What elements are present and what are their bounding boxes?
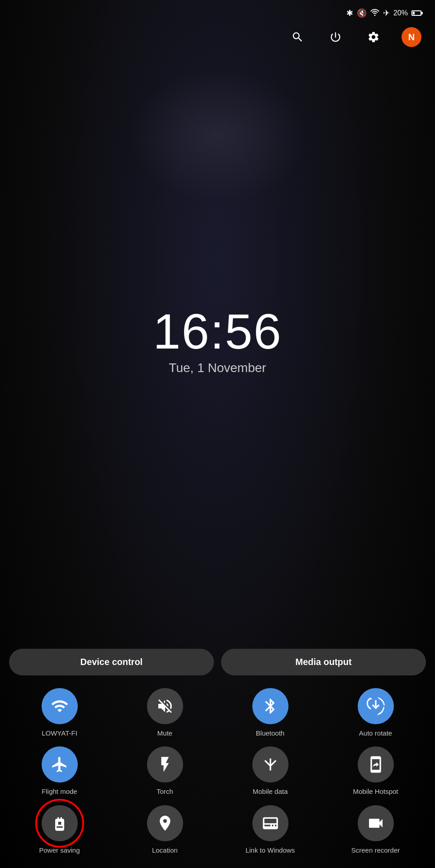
autorotate-tile-label: Auto rotate	[359, 729, 392, 738]
device-control-button[interactable]: Device control	[9, 649, 214, 675]
mobilehotspot-tile-icon	[358, 746, 394, 783]
mute-tile-label: Mute	[157, 729, 172, 738]
linktowindows-tile-icon	[252, 805, 288, 841]
tile-wifi[interactable]: LOWYAT-FI	[9, 688, 110, 738]
powersaving-tile-icon	[42, 805, 78, 841]
screenrecorder-tile-label: Screen recorder	[351, 846, 400, 855]
mobiledata-tile-icon	[252, 746, 288, 783]
battery-icon	[411, 10, 421, 16]
clock-area: 16:56 Tue, 1 November	[0, 52, 435, 649]
linktowindows-tile-label: Link to Windows	[246, 846, 295, 855]
torch-tile-icon	[147, 746, 183, 783]
action-buttons-row: Device control Media output	[9, 649, 426, 675]
quick-settings-panel: Device control Media output LOWYAT-FI	[0, 649, 435, 868]
mute-tile-icon	[147, 688, 183, 724]
search-button[interactable]	[288, 27, 307, 47]
clock-time: 16:56	[153, 307, 282, 356]
tile-powersaving[interactable]: Power saving	[9, 805, 110, 855]
wifi-status-icon	[370, 9, 379, 18]
power-button[interactable]	[326, 27, 345, 47]
torch-tile-label: Torch	[156, 787, 173, 796]
tile-linktowindows[interactable]: Link to Windows	[220, 805, 321, 855]
tile-bluetooth[interactable]: Bluetooth	[220, 688, 321, 738]
tile-mobilehotspot[interactable]: Mobile Hotspot	[325, 746, 426, 796]
clock-date: Tue, 1 November	[169, 361, 266, 375]
status-bar: ✱ 🔇 ✈ 20%	[0, 0, 435, 23]
powersaving-tile-label: Power saving	[39, 846, 80, 855]
avatar-letter: N	[408, 32, 415, 42]
bluetooth-status-icon: ✱	[346, 8, 353, 18]
battery-percent: 20%	[393, 9, 408, 17]
avatar-button[interactable]: N	[402, 27, 421, 47]
bluetooth-tile-icon	[252, 688, 288, 724]
airplane-status-icon: ✈	[383, 8, 390, 18]
tile-torch[interactable]: Torch	[114, 746, 215, 796]
settings-button[interactable]	[364, 27, 383, 47]
tile-mute[interactable]: Mute	[114, 688, 215, 738]
flightmode-tile-label: Flight mode	[42, 787, 77, 796]
bluetooth-tile-label: Bluetooth	[256, 729, 284, 738]
flightmode-tile-icon	[42, 746, 78, 783]
tile-flightmode[interactable]: Flight mode	[9, 746, 110, 796]
location-tile-label: Location	[152, 846, 178, 855]
autorotate-tile-icon	[358, 688, 394, 724]
location-tile-icon	[147, 805, 183, 841]
wifi-tile-icon	[42, 688, 78, 724]
tile-screenrecorder[interactable]: Screen recorder	[325, 805, 426, 855]
mute-status-icon: 🔇	[357, 8, 367, 18]
quick-access-bar: N	[0, 23, 435, 52]
status-icons: ✱ 🔇 ✈ 20%	[346, 8, 421, 18]
wifi-tile-label: LOWYAT-FI	[42, 729, 77, 738]
tile-location[interactable]: Location	[114, 805, 215, 855]
tile-mobiledata[interactable]: Mobile data	[220, 746, 321, 796]
svg-point-0	[374, 14, 375, 16]
mobiledata-tile-label: Mobile data	[253, 787, 288, 796]
mobilehotspot-tile-label: Mobile Hotspot	[353, 787, 398, 796]
tile-autorotate[interactable]: Auto rotate	[325, 688, 426, 738]
media-output-button[interactable]: Media output	[221, 649, 426, 675]
tiles-grid: LOWYAT-FI Mute Bluetooth	[9, 688, 426, 855]
screenrecorder-tile-icon	[358, 805, 394, 841]
